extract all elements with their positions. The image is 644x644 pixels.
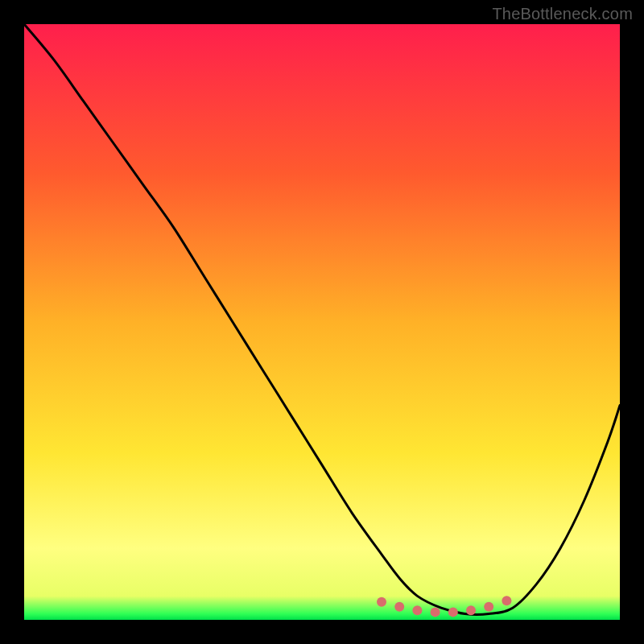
valley-marker xyxy=(484,602,493,612)
valley-marker xyxy=(466,605,476,615)
valley-marker xyxy=(431,607,440,617)
valley-marker xyxy=(412,605,422,615)
chart-stage: TheBottleneck.com xyxy=(0,0,644,644)
bottleneck-chart xyxy=(0,0,644,644)
valley-marker xyxy=(377,597,386,607)
valley-marker xyxy=(448,607,458,617)
gradient-background xyxy=(24,24,620,620)
watermark-label: TheBottleneck.com xyxy=(492,5,633,23)
valley-marker xyxy=(394,602,404,612)
valley-marker xyxy=(502,596,511,605)
